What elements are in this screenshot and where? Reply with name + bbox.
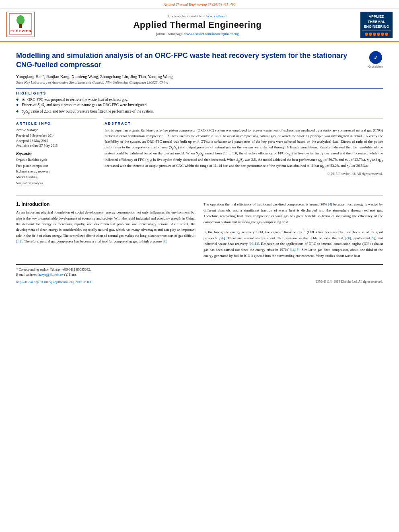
history-title: Article history: — [16, 128, 97, 132]
doi-link[interactable]: http://dx.doi.org/10.1016/j.applthermale… — [16, 280, 92, 284]
keywords-title: Keywords: — [16, 152, 97, 156]
badge-decoration — [362, 33, 391, 36]
keywords-list: Organic Rankine cycle Free piston compre… — [16, 157, 97, 186]
intro-left-col: 1. Introduction As an important physical… — [16, 201, 195, 259]
svg-text:ELSEVIER: ELSEVIER — [10, 29, 32, 33]
svg-text:✓: ✓ — [374, 55, 378, 61]
abstract-label: ABSTRACT — [105, 121, 383, 125]
introduction-section: 1. Introduction As an important physical… — [16, 201, 383, 259]
highlight-item: Effects of Sp/Sc and output pressure of … — [16, 103, 383, 108]
citation-bar: Applied Thermal Engineering 87 (2015) 48… — [0, 0, 399, 8]
journal-homepage: journal homepage: www.elsevier.com/locat… — [35, 32, 360, 36]
badge-dot — [369, 33, 372, 36]
intro-heading: 1. Introduction — [16, 201, 195, 207]
section-divider — [16, 195, 383, 196]
accepted-date: Accepted 18 May 2015 — [16, 138, 97, 144]
footnote-corresponding: * Corresponding author. Tel./fax: +86 04… — [16, 267, 383, 272]
sciencedirect-link[interactable]: ScienceDirect — [206, 14, 226, 18]
authors-text: Yongqiang Han*, Jianjian Kang, Xianfeng … — [16, 74, 173, 79]
svg-rect-3 — [19, 24, 22, 28]
article-title-row: Modelling and simulation analysis of an … — [16, 51, 383, 70]
footer-links: http://dx.doi.org/10.1016/j.applthermale… — [16, 280, 383, 284]
contents-line: Contents lists available at ScienceDirec… — [35, 14, 360, 18]
affiliation-line: State Key Laboratory of Automotive Simul… — [16, 80, 383, 84]
svg-point-2 — [16, 15, 25, 25]
footnote-email: E-mail address: hanyq@jlu.edu.cn (Y. Han… — [16, 272, 383, 277]
abstract-section: ABSTRACT In this paper, an organic Ranki… — [105, 119, 383, 176]
intro-right-text-2: In the low-grade energy recovery field, … — [204, 229, 383, 259]
highlights-list: An ORC-FPC was proposed to recover the w… — [16, 98, 383, 115]
badge-dot — [385, 33, 388, 36]
badge-dot — [373, 33, 376, 36]
journal-title: Applied Thermal Engineering — [35, 20, 360, 30]
badge-dot — [381, 33, 384, 36]
article-info-col: ARTICLE INFO Article history: Received 9… — [16, 119, 97, 190]
intro-right-text-1: The operation thermal efficiency of trad… — [204, 201, 383, 225]
copyright-line: © 2015 Elsevier Ltd. All rights reserved… — [105, 172, 383, 176]
article-info-section: ARTICLE INFO Article history: Received 9… — [16, 119, 97, 186]
abstract-col: ABSTRACT In this paper, an organic Ranki… — [105, 119, 383, 190]
abstract-text: In this paper, an organic Rankine cycle-… — [105, 128, 383, 170]
keyword-item: Organic Rankine cycle — [16, 157, 97, 162]
badge-dot — [377, 33, 380, 36]
elsevier-icon: ELSEVIER — [6, 12, 35, 37]
highlight-item: Sp/Sc value of 2.5:1 and low output pres… — [16, 109, 383, 115]
crossmark-label: CrossMark — [368, 65, 383, 68]
badge-dot — [365, 33, 368, 36]
article-history: Article history: Received 9 September 20… — [16, 128, 97, 148]
issn-text: 1359-4311/© 2015 Elsevier Ltd. All right… — [316, 280, 383, 284]
received-date: Received 9 September 2014 — [16, 133, 97, 138]
journal-header: ELSEVIER Contents lists available at Sci… — [0, 8, 399, 42]
article-info-label: ARTICLE INFO — [16, 121, 97, 125]
keyword-item: Exhaust energy recovery — [16, 168, 97, 174]
crossmark-box[interactable]: ✓ CrossMark — [368, 51, 383, 68]
footnote-section: * Corresponding author. Tel./fax: +86 04… — [16, 264, 383, 284]
main-content: Modelling and simulation analysis of an … — [0, 42, 399, 290]
journal-badge: APPLIEDTHERMALENGINEERING — [360, 12, 393, 38]
highlight-item: An ORC-FPC was proposed to recover the w… — [16, 98, 383, 102]
keyword-item: Simulation analysis — [16, 180, 97, 186]
authors-line: Yongqiang Han*, Jianjian Kang, Xianfeng … — [16, 74, 383, 79]
highlights-section: HIGHLIGHTS An ORC-FPC was proposed to re… — [16, 88, 383, 115]
online-date: Available online 27 May 2015 — [16, 143, 97, 148]
keyword-item: Model building — [16, 174, 97, 180]
article-title-text: Modelling and simulation analysis of an … — [16, 51, 368, 70]
intro-left-text: As an important physical foundation of s… — [16, 210, 195, 244]
intro-right-col: The operation thermal efficiency of trad… — [204, 201, 383, 259]
citation-text: Applied Thermal Engineering 87 (2015) 48… — [164, 2, 236, 6]
keyword-item: Free piston compressor — [16, 163, 97, 168]
badge-title: APPLIEDTHERMALENGINEERING — [362, 14, 391, 31]
journal-header-center: Contents lists available at ScienceDirec… — [35, 14, 360, 36]
highlights-label: HIGHLIGHTS — [16, 91, 383, 95]
email-link[interactable]: hanyq@jlu.edu.cn — [38, 273, 63, 277]
info-abstract-row: ARTICLE INFO Article history: Received 9… — [16, 119, 383, 190]
keywords-section: Keywords: Organic Rankine cycle Free pis… — [16, 152, 97, 186]
elsevier-logo-box: ELSEVIER — [6, 12, 35, 38]
homepage-link[interactable]: www.elsevier.com/locate/apthermeng — [184, 32, 239, 36]
crossmark-icon: ✓ — [369, 51, 382, 64]
